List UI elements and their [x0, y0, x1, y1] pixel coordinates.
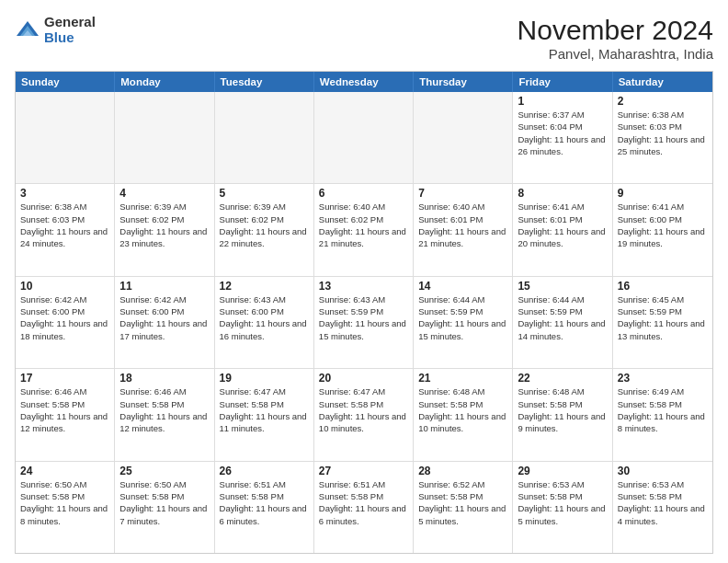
calendar-cell: 10Sunrise: 6:42 AM Sunset: 6:00 PM Dayli… — [16, 277, 115, 368]
calendar-cell: 23Sunrise: 6:49 AM Sunset: 5:58 PM Dayli… — [613, 369, 712, 460]
day-number: 15 — [518, 280, 607, 293]
day-info: Sunrise: 6:46 AM Sunset: 5:58 PM Dayligh… — [20, 385, 109, 434]
calendar-cell — [16, 92, 115, 183]
day-info: Sunrise: 6:42 AM Sunset: 6:00 PM Dayligh… — [20, 293, 109, 342]
header-day-monday: Monday — [115, 72, 214, 92]
header: General Blue November 2024 Panvel, Mahar… — [15, 15, 713, 62]
day-number: 22 — [518, 372, 607, 385]
day-number: 25 — [119, 465, 209, 477]
calendar-cell: 26Sunrise: 6:51 AM Sunset: 5:58 PM Dayli… — [215, 462, 314, 553]
day-number: 6 — [319, 187, 408, 200]
day-info: Sunrise: 6:51 AM Sunset: 5:58 PM Dayligh… — [319, 478, 408, 527]
calendar-header: SundayMondayTuesdayWednesdayThursdayFrid… — [16, 72, 712, 92]
day-number: 28 — [418, 465, 507, 477]
calendar-row-2: 3Sunrise: 6:38 AM Sunset: 6:03 PM Daylig… — [16, 183, 712, 275]
main-title: November 2024 — [518, 15, 713, 46]
calendar-cell: 24Sunrise: 6:50 AM Sunset: 5:58 PM Dayli… — [16, 462, 115, 553]
calendar-body: 1Sunrise: 6:37 AM Sunset: 6:04 PM Daylig… — [16, 92, 712, 553]
calendar-cell: 22Sunrise: 6:48 AM Sunset: 5:58 PM Dayli… — [513, 369, 612, 460]
calendar-cell: 27Sunrise: 6:51 AM Sunset: 5:58 PM Dayli… — [314, 462, 414, 553]
header-day-saturday: Saturday — [613, 72, 712, 92]
day-number: 27 — [319, 465, 408, 477]
day-number: 1 — [518, 95, 607, 108]
day-info: Sunrise: 6:47 AM Sunset: 5:58 PM Dayligh… — [319, 385, 408, 434]
calendar-cell: 4Sunrise: 6:39 AM Sunset: 6:02 PM Daylig… — [115, 184, 214, 275]
header-day-friday: Friday — [513, 72, 612, 92]
calendar-cell: 11Sunrise: 6:42 AM Sunset: 6:00 PM Dayli… — [115, 277, 214, 368]
day-number: 29 — [518, 465, 607, 477]
day-info: Sunrise: 6:43 AM Sunset: 6:00 PM Dayligh… — [220, 293, 309, 342]
day-number: 12 — [220, 280, 309, 293]
day-number: 7 — [418, 187, 507, 200]
day-number: 14 — [418, 280, 507, 293]
calendar-cell: 14Sunrise: 6:44 AM Sunset: 5:59 PM Dayli… — [414, 277, 513, 368]
day-info: Sunrise: 6:39 AM Sunset: 6:02 PM Dayligh… — [119, 201, 209, 249]
calendar-cell: 2Sunrise: 6:38 AM Sunset: 6:03 PM Daylig… — [613, 92, 712, 183]
calendar-cell: 6Sunrise: 6:40 AM Sunset: 6:02 PM Daylig… — [314, 184, 414, 275]
day-number: 4 — [119, 187, 209, 200]
calendar-cell: 25Sunrise: 6:50 AM Sunset: 5:58 PM Dayli… — [115, 462, 214, 553]
logo-text: General Blue — [44, 15, 96, 45]
calendar-cell: 1Sunrise: 6:37 AM Sunset: 6:04 PM Daylig… — [513, 92, 612, 183]
day-info: Sunrise: 6:48 AM Sunset: 5:58 PM Dayligh… — [518, 385, 607, 434]
header-day-thursday: Thursday — [414, 72, 513, 92]
calendar-row-3: 10Sunrise: 6:42 AM Sunset: 6:00 PM Dayli… — [16, 276, 712, 368]
calendar-cell: 9Sunrise: 6:41 AM Sunset: 6:00 PM Daylig… — [613, 184, 712, 275]
day-info: Sunrise: 6:44 AM Sunset: 5:59 PM Dayligh… — [418, 293, 507, 342]
day-info: Sunrise: 6:53 AM Sunset: 5:58 PM Dayligh… — [618, 478, 708, 527]
calendar-cell: 21Sunrise: 6:48 AM Sunset: 5:58 PM Dayli… — [414, 369, 513, 460]
day-number: 9 — [618, 187, 708, 200]
calendar-cell: 28Sunrise: 6:52 AM Sunset: 5:58 PM Dayli… — [414, 462, 513, 553]
day-info: Sunrise: 6:52 AM Sunset: 5:58 PM Dayligh… — [418, 478, 507, 527]
day-number: 19 — [220, 372, 309, 385]
calendar-cell: 12Sunrise: 6:43 AM Sunset: 6:00 PM Dayli… — [215, 277, 314, 368]
logo-blue-text: Blue — [44, 30, 96, 46]
calendar-cell: 18Sunrise: 6:46 AM Sunset: 5:58 PM Dayli… — [115, 369, 214, 460]
header-day-wednesday: Wednesday — [314, 72, 414, 92]
calendar-cell — [215, 92, 314, 183]
day-number: 18 — [119, 372, 209, 385]
calendar-cell — [314, 92, 414, 183]
day-info: Sunrise: 6:37 AM Sunset: 6:04 PM Dayligh… — [518, 109, 607, 157]
calendar-cell: 16Sunrise: 6:45 AM Sunset: 5:59 PM Dayli… — [613, 277, 712, 368]
title-block: November 2024 Panvel, Maharashtra, India — [518, 15, 713, 62]
day-info: Sunrise: 6:53 AM Sunset: 5:58 PM Dayligh… — [518, 478, 607, 527]
day-number: 13 — [319, 280, 408, 293]
day-number: 26 — [220, 465, 309, 477]
day-number: 24 — [20, 465, 109, 477]
calendar-cell: 5Sunrise: 6:39 AM Sunset: 6:02 PM Daylig… — [215, 184, 314, 275]
calendar-cell: 13Sunrise: 6:43 AM Sunset: 5:59 PM Dayli… — [314, 277, 414, 368]
calendar-row-1: 1Sunrise: 6:37 AM Sunset: 6:04 PM Daylig… — [16, 92, 712, 183]
logo-icon — [15, 17, 40, 43]
day-info: Sunrise: 6:47 AM Sunset: 5:58 PM Dayligh… — [220, 385, 309, 434]
calendar-cell: 19Sunrise: 6:47 AM Sunset: 5:58 PM Dayli… — [215, 369, 314, 460]
logo: General Blue — [15, 15, 96, 45]
day-info: Sunrise: 6:51 AM Sunset: 5:58 PM Dayligh… — [220, 478, 309, 527]
logo-general-text: General — [44, 15, 96, 30]
day-number: 11 — [119, 280, 209, 293]
calendar: SundayMondayTuesdayWednesdayThursdayFrid… — [15, 71, 713, 554]
day-number: 2 — [618, 95, 708, 108]
calendar-cell: 7Sunrise: 6:40 AM Sunset: 6:01 PM Daylig… — [414, 184, 513, 275]
calendar-cell — [414, 92, 513, 183]
page: General Blue November 2024 Panvel, Mahar… — [0, 0, 728, 563]
day-info: Sunrise: 6:39 AM Sunset: 6:02 PM Dayligh… — [220, 201, 309, 249]
day-number: 10 — [20, 280, 109, 293]
day-info: Sunrise: 6:48 AM Sunset: 5:58 PM Dayligh… — [418, 385, 507, 434]
day-info: Sunrise: 6:40 AM Sunset: 6:01 PM Dayligh… — [418, 201, 507, 249]
day-info: Sunrise: 6:38 AM Sunset: 6:03 PM Dayligh… — [618, 109, 708, 157]
day-number: 21 — [418, 372, 507, 385]
calendar-cell: 30Sunrise: 6:53 AM Sunset: 5:58 PM Dayli… — [613, 462, 712, 553]
day-info: Sunrise: 6:46 AM Sunset: 5:58 PM Dayligh… — [119, 385, 209, 434]
calendar-cell: 15Sunrise: 6:44 AM Sunset: 5:59 PM Dayli… — [513, 277, 612, 368]
day-number: 20 — [319, 372, 408, 385]
day-number: 23 — [618, 372, 708, 385]
calendar-cell: 8Sunrise: 6:41 AM Sunset: 6:01 PM Daylig… — [513, 184, 612, 275]
day-info: Sunrise: 6:49 AM Sunset: 5:58 PM Dayligh… — [618, 385, 708, 434]
day-info: Sunrise: 6:44 AM Sunset: 5:59 PM Dayligh… — [518, 293, 607, 342]
calendar-row-4: 17Sunrise: 6:46 AM Sunset: 5:58 PM Dayli… — [16, 368, 712, 460]
calendar-cell — [115, 92, 214, 183]
day-info: Sunrise: 6:41 AM Sunset: 6:00 PM Dayligh… — [618, 201, 708, 249]
day-number: 16 — [618, 280, 708, 293]
day-number: 30 — [618, 465, 708, 477]
